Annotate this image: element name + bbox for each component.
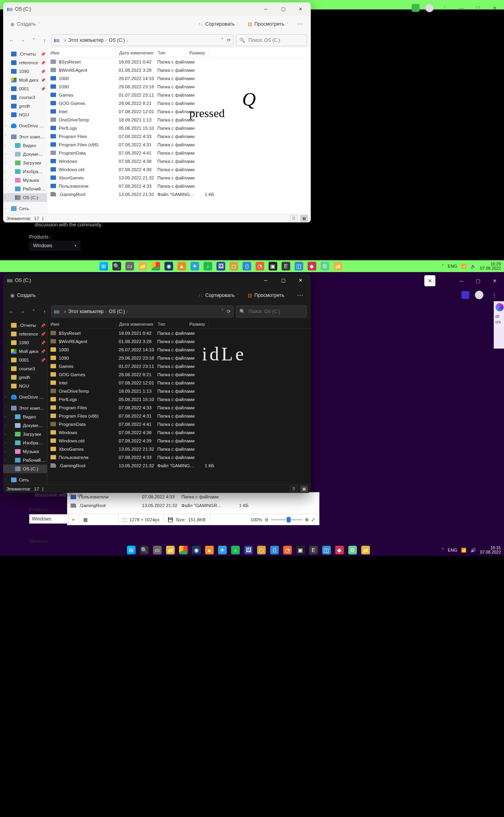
crumb-current[interactable]: OS (C:): [109, 309, 125, 314]
tray-expand-icon[interactable]: ˄: [442, 264, 444, 269]
sidebar-item[interactable]: course3: [3, 364, 47, 373]
more-button[interactable]: ···: [297, 293, 304, 298]
column-headers[interactable]: Имя Дата изменения Тип Размер: [47, 319, 311, 329]
minimize-button[interactable]: ─: [257, 274, 274, 286]
profile-avatar-icon[interactable]: [425, 4, 434, 12]
spotify-icon[interactable]: ♪: [231, 546, 240, 554]
term-icon[interactable]: ▣: [269, 262, 277, 270]
table-row[interactable]: Windows07.08.2022 4:38Папка с файлами: [47, 157, 311, 165]
table-row[interactable]: Windows.old07.08.2022 4:39Папка с файлам…: [47, 436, 311, 445]
epic-icon[interactable]: E: [282, 262, 290, 270]
color-swatch-icon[interactable]: [495, 303, 504, 312]
browser-minimize-button[interactable]: —: [456, 2, 467, 13]
sort-button[interactable]: ↑↓Сортировать˅: [198, 293, 239, 298]
table-row[interactable]: Program Files07.08.2022 4:33Папка с файл…: [47, 132, 311, 140]
back-button[interactable]: ←: [7, 35, 16, 45]
taskview-icon[interactable]: ▭: [125, 262, 134, 270]
sidebar-item[interactable]: course3: [3, 93, 47, 102]
files-icon[interactable]: 📁: [138, 262, 147, 270]
table-row[interactable]: 100026.07.2022 14:10Папка с файлами: [47, 345, 311, 354]
table-row[interactable]: Windows.old07.08.2022 4:39Папка с файлам…: [47, 165, 311, 173]
vlc-icon[interactable]: ▲: [205, 546, 214, 554]
table-row[interactable]: Пользователи07.08.2022 4:33Папка с файла…: [67, 492, 319, 501]
titlebar[interactable]: OS (C:) ─ ▢ ✕: [3, 2, 311, 16]
zoom-slider[interactable]: [271, 519, 302, 520]
viewer-zoom[interactable]: 100% ⊖ ⊕ ⤢: [247, 514, 319, 525]
table-row[interactable]: Пользователи07.08.2022 4:33Папка с файла…: [47, 453, 311, 461]
table-row[interactable]: .GamingRoot13.05.2022 21:32Файл "GAMINGR…: [47, 190, 311, 198]
icons-view-button[interactable]: ▦: [301, 486, 308, 492]
forward-button[interactable]: →: [18, 35, 27, 45]
tray-language[interactable]: ENG: [448, 548, 457, 552]
sidebar-item[interactable]: ›Документы: [3, 421, 47, 430]
recent-button[interactable]: ˅: [29, 306, 38, 317]
table-row[interactable]: Games01.07.2022 23:11Папка с файлами: [47, 91, 311, 99]
sort-button[interactable]: ↑↓Сортировать˅: [198, 21, 239, 27]
table-row[interactable]: Intel07.08.2022 12:01Папка с файлами: [47, 107, 311, 116]
maximize-button[interactable]: ▢: [274, 274, 292, 286]
sidebar-item[interactable]: ›Рабочий стол: [3, 185, 47, 193]
browser-maximize-button[interactable]: ▢: [472, 2, 483, 13]
create-button[interactable]: ⊕ Создать ˅: [10, 293, 40, 298]
edge-icon[interactable]: ◔: [283, 546, 292, 554]
sidebar-item[interactable]: .Отчеты📌: [3, 321, 47, 330]
tray-language[interactable]: ENG: [448, 264, 457, 269]
wifi-icon[interactable]: 📶: [461, 264, 467, 269]
col-date[interactable]: Дата изменения: [116, 48, 155, 57]
col-type[interactable]: Тип: [155, 319, 186, 328]
create-button[interactable]: ⊕ Создать ˅: [10, 21, 40, 27]
table-row[interactable]: Program Files (x86)07.08.2022 4:31Папка …: [47, 412, 311, 420]
view-button[interactable]: ▤Просмотреть˅: [248, 21, 289, 27]
sidebar-item[interactable]: ›Видео: [3, 141, 47, 150]
sidebar-item[interactable]: ›Документы: [3, 150, 47, 159]
search-box[interactable]: 🔍: [236, 306, 307, 317]
table-row[interactable]: 109029.06.2022 23:18Папка с файлами: [47, 82, 311, 91]
sidebar-item[interactable]: Мой диск📌: [3, 347, 47, 356]
explorer-icon[interactable]: 📁: [361, 546, 370, 554]
view-button[interactable]: ▤Просмотреть˅: [248, 293, 289, 298]
search-icon[interactable]: 🔍: [140, 546, 149, 554]
details-view-button[interactable]: ☰: [290, 215, 297, 222]
explorer-icon[interactable]: 📁: [334, 262, 342, 270]
sidebar-item[interactable]: NGU: [3, 110, 47, 119]
col-size[interactable]: Размер: [186, 48, 209, 57]
sidebar-item[interactable]: NGU: [3, 382, 47, 390]
titlebar[interactable]: OS (C:) ─ ▢ ✕: [3, 274, 311, 287]
table-row[interactable]: Games01.07.2022 23:11Папка с файлами: [47, 362, 311, 370]
zoom-out-icon[interactable]: ⊖: [265, 517, 269, 522]
table-row[interactable]: ProgramData07.08.2022 4:41Папка с файлам…: [47, 420, 311, 428]
table-row[interactable]: ProgramData07.08.2022 4:41Папка с файлам…: [47, 149, 311, 157]
table-row[interactable]: OneDriveTemp18.09.2021 1:13Папка с файла…: [47, 387, 311, 395]
crumb-this-pc[interactable]: Этот компьютер: [68, 37, 104, 43]
browser-max[interactable]: ▢: [472, 275, 483, 286]
refresh-button[interactable]: ⟳: [227, 37, 231, 43]
table-row[interactable]: XboxGames13.05.2022 21:32Папка с файлами: [47, 445, 311, 453]
table-row[interactable]: PerfLogs05.06.2021 15:10Папка с файлами: [47, 124, 311, 132]
browser-menu-icon[interactable]: ⋮: [439, 2, 450, 13]
table-row[interactable]: $WinREAgent01.08.2022 3:28Папка с файлам…: [47, 337, 311, 345]
viewer-new-tab-button[interactable]: +: [67, 514, 79, 525]
sidebar-item[interactable]: gmdh: [3, 102, 47, 110]
col-name[interactable]: Имя: [47, 48, 116, 57]
table-row[interactable]: Пользователи07.08.2022 4:33Папка с файла…: [47, 182, 311, 190]
history-button[interactable]: ˅: [221, 37, 224, 43]
sidebar-item[interactable]: ›Музыка: [3, 447, 47, 456]
sidebar-item[interactable]: ›OneDrive - Perso: [3, 121, 47, 130]
sidebar-item[interactable]: ˅Этот компьютер: [3, 132, 47, 141]
sidebar-item[interactable]: 0001📌: [3, 356, 47, 364]
table-row[interactable]: $WinREAgent01.08.2022 3:28Папка с файлам…: [47, 66, 311, 74]
steam-icon[interactable]: ◉: [164, 262, 173, 270]
close-button[interactable]: ✕: [292, 274, 309, 286]
sidebar[interactable]: .Отчеты📌reference📌1090📌Мой диск📌0001📌cou…: [3, 319, 47, 484]
edge-icon[interactable]: ◔: [256, 262, 264, 270]
settings-icon[interactable]: ⚙: [321, 262, 329, 270]
table-row[interactable]: .GamingRoot13.05.2022 21:32Файл "GAMINGR…: [67, 501, 319, 510]
browser-close[interactable]: ✕: [489, 275, 500, 286]
back-button[interactable]: ←: [7, 306, 16, 317]
file-list[interactable]: Имя Дата изменения Тип Размер $SysReset1…: [47, 48, 311, 214]
sidebar-item[interactable]: ›Музыка: [3, 176, 47, 185]
search-box[interactable]: 🔍: [236, 34, 307, 46]
recent-button[interactable]: ˅: [29, 35, 38, 45]
app2-icon[interactable]: ◆: [335, 546, 344, 554]
zoom-in-icon[interactable]: ⊕: [305, 517, 309, 522]
